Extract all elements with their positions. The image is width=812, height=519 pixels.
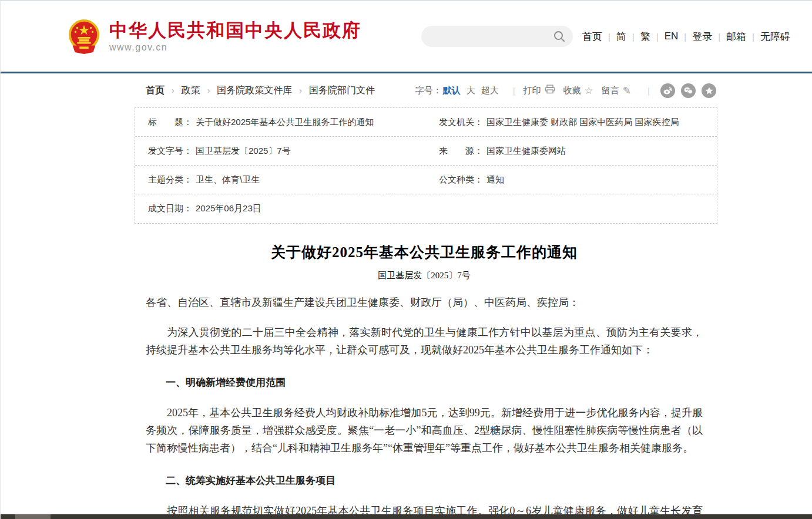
share-weibo-button[interactable]	[660, 83, 675, 98]
nav-home[interactable]: 首页	[582, 30, 602, 43]
meta-value-topic-category: 卫生、体育\卫生	[196, 174, 260, 186]
meta-row-title-agency: 标 题： 关于做好2025年基本公共卫生服务工作的通知 发文机关： 国家卫生健康…	[135, 108, 717, 137]
nav-separator: |	[656, 32, 659, 42]
nav-separator: |	[632, 32, 635, 42]
share-wechat-button[interactable]	[681, 83, 696, 98]
favorite-button[interactable]: 收藏 ☆	[563, 85, 593, 97]
qzone-star-icon	[705, 87, 713, 95]
section-heading-2: 二、统筹实施好基本公共卫生服务项目	[146, 472, 703, 490]
horizontal-scrollbar-thumb[interactable]	[15, 514, 51, 519]
star-icon: ☆	[585, 85, 593, 97]
print-button[interactable]: 打印	[524, 85, 555, 97]
top-nav: 首页 | 简 | 繁 | EN | 登录 | 邮箱 | 无障碍	[582, 30, 790, 43]
meta-row-category-type: 主题分类： 卫生、体育\卫生 公文种类： 通知	[135, 166, 717, 194]
breadcrumb-policy[interactable]: 政策	[182, 85, 200, 97]
meta-value-source: 国家卫生健康委网站	[486, 146, 566, 157]
meta-value-title: 关于做好2025年基本公共卫生服务工作的通知	[196, 117, 374, 128]
breadcrumb: 首页 › 政策 › 国务院政策文件库 › 国务院部门文件	[146, 85, 375, 97]
meta-value-doc-type: 通知	[486, 174, 504, 186]
nav-accessibility[interactable]: 无障碍	[760, 30, 790, 43]
nav-english[interactable]: EN	[665, 31, 679, 42]
nav-separator: |	[684, 32, 686, 42]
footer-strip	[1, 514, 812, 519]
meta-label-source: 来 源：	[439, 146, 483, 157]
nav-separator: |	[718, 32, 720, 42]
meta-label-issuing-agency: 发文机关：	[439, 117, 483, 128]
share-qzone-button[interactable]	[702, 83, 716, 98]
breadcrumb-separator: ›	[172, 86, 175, 95]
fontsize-xlarge-button[interactable]: 超大	[481, 85, 499, 96]
meta-value-issuing-agency: 国家卫生健康委 财政部 国家中医药局 国家疾控局	[486, 117, 679, 128]
fontsize-label: 字号：	[415, 85, 442, 96]
fontsize-default-button[interactable]: 默认	[443, 85, 461, 96]
fontsize-large-button[interactable]: 大	[467, 85, 475, 96]
pencil-icon: ✎	[623, 85, 631, 97]
wechat-icon	[684, 87, 693, 95]
toolbar-separator: |	[513, 86, 515, 96]
breadcrumb-policy-library[interactable]: 国务院政策文件库	[217, 85, 292, 97]
comment-button[interactable]: 留言 ✎	[602, 85, 631, 97]
meta-label-doc-type: 公文种类：	[439, 174, 483, 186]
meta-label-doc-number: 发文字号：	[148, 146, 192, 157]
search-box[interactable]	[421, 26, 573, 47]
breadcrumb-home[interactable]: 首页	[146, 85, 165, 97]
paragraph-salutation: 各省、自治区、直辖市及新疆生产建设兵团卫生健康委、财政厅（局）、中医药局、疾控局…	[146, 294, 703, 311]
search-input[interactable]	[431, 32, 553, 42]
document-body: 关于做好2025年基本公共卫生服务工作的通知 国卫基层发〔2025〕7号 各省、…	[135, 224, 717, 519]
printer-icon	[545, 85, 555, 97]
site-title: 中华人民共和国中央人民政府	[109, 20, 361, 41]
content-column: 首页 › 政策 › 国务院政策文件库 › 国务院部门文件 字号： 默认 大 超大…	[135, 73, 717, 519]
breadcrumb-department-docs[interactable]: 国务院部门文件	[309, 85, 375, 97]
weibo-icon	[663, 87, 672, 95]
nav-mail[interactable]: 邮箱	[726, 30, 746, 43]
document-meta-table: 标 题： 关于做好2025年基本公共卫生服务工作的通知 发文机关： 国家卫生健康…	[135, 107, 717, 224]
meta-row-date: 成文日期： 2025年06月23日	[135, 194, 717, 223]
meta-row-number-source: 发文字号： 国卫基层发〔2025〕7号 来 源： 国家卫生健康委网站	[135, 137, 717, 166]
national-emblem-icon	[67, 18, 101, 55]
nav-simplified[interactable]: 简	[616, 30, 626, 43]
section-heading-1: 一、明确新增经费使用范围	[146, 374, 703, 392]
search-icon[interactable]	[553, 30, 566, 43]
nav-separator: |	[608, 32, 610, 42]
toolbar-separator: |	[647, 86, 650, 96]
page-toolbar: 字号： 默认 大 超大 | 打印 收藏 ☆ 留言	[415, 83, 716, 98]
paragraph-section-1: 2025年，基本公共卫生服务经费人均财政补助标准增加5元，达到99元。新增经费用…	[146, 404, 703, 457]
nav-traditional[interactable]: 繁	[640, 30, 650, 43]
meta-value-doc-number: 国卫基层发〔2025〕7号	[196, 146, 291, 157]
site-header: 中华人民共和国中央人民政府 www.gov.cn 首页 | 简 | 繁 | EN…	[1, 1, 812, 73]
breadcrumb-separator: ›	[299, 86, 302, 95]
document-title: 关于做好2025年基本公共卫生服务工作的通知	[146, 242, 703, 262]
paragraph-intro: 为深入贯彻党的二十届三中全会精神，落实新时代党的卫生与健康工作方针中以基层为重点…	[146, 323, 703, 359]
meta-value-date: 2025年06月23日	[196, 203, 261, 214]
meta-label-date: 成文日期：	[148, 203, 192, 214]
nav-separator: |	[752, 32, 754, 42]
document-number: 国卫基层发〔2025〕7号	[146, 270, 703, 281]
meta-label-title: 标 题：	[148, 117, 192, 128]
nav-login[interactable]: 登录	[692, 30, 712, 43]
breadcrumb-separator: ›	[207, 86, 210, 95]
site-logo[interactable]: 中华人民共和国中央人民政府 www.gov.cn	[67, 18, 361, 55]
meta-label-topic-category: 主题分类：	[148, 174, 192, 186]
site-url: www.gov.cn	[109, 42, 361, 53]
